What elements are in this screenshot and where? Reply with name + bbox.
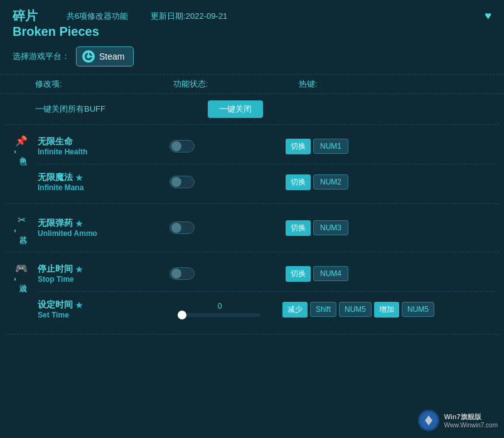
star-icon-mana: ★ (75, 173, 83, 183)
buff-button[interactable]: 一键关闭 (208, 100, 263, 118)
section-right-game: 停止时间 ★ Stop Time 切换 NUM4 设定时间 ★ Set Time (33, 257, 494, 326)
platform-label: 选择游戏平台： (13, 51, 70, 62)
mod-en-unlimited-ammo: Unlimited Ammo (38, 229, 169, 238)
mod-name-stop-time: 停止时间 ★ Stop Time (38, 264, 169, 284)
num4-btn-stop-time[interactable]: NUM4 (313, 266, 348, 281)
bottom-border (5, 334, 499, 334)
game-tag: 游戏 (14, 278, 28, 280)
col-mod: 修改项: (35, 78, 173, 90)
mod-cn-infinite-health: 无限生命 (38, 136, 169, 147)
mod-name-infinite-mana: 无限魔法 ★ Infinite Mana (38, 172, 169, 192)
increase-btn-set-time[interactable]: 增加 (374, 302, 399, 318)
mod-entry-stop-time: 停止时间 ★ Stop Time 切换 NUM4 (38, 257, 494, 290)
mod-en-stop-time: Stop Time (38, 275, 169, 284)
steam-label: Steam (99, 51, 124, 61)
toggle-health[interactable] (169, 140, 195, 152)
watermark-line2: Www.Winwin7.com (444, 422, 498, 429)
mod-entry-unlimited-ammo: 无限弹药 ★ Unlimited Ammo 切换 NUM3 (38, 209, 494, 247)
switch-btn-health[interactable]: 切换 (286, 139, 311, 154)
hotkey-mana: 切换 NUM2 (286, 174, 348, 190)
star-icon-stop-time: ★ (75, 265, 83, 274)
section-left-weapon: ✂ 武器 (10, 209, 33, 247)
mod-cn-stop-time: 停止时间 ★ (38, 264, 169, 275)
num2-btn-mana[interactable]: NUM2 (313, 174, 348, 190)
section-right-weapon: 无限弹药 ★ Unlimited Ammo 切换 NUM3 (33, 209, 494, 247)
section-left-game: 🎮 游戏 (10, 257, 33, 326)
mod-entry-set-time: 设定时间 ★ Set Time 0 减少 Shift NUM5 增加 NUM5 (38, 293, 494, 326)
title-en: Broken Pieces (13, 24, 99, 38)
section-right-character: 无限生命 Infinite Health 切换 NUM1 无限魔法 ★ Infi… (33, 130, 494, 198)
mod-cn-unlimited-ammo: 无限弹药 ★ (38, 218, 169, 229)
svg-point-2 (87, 55, 90, 58)
hotkey-set-time: 减少 Shift NUM5 增加 NUM5 (282, 302, 434, 318)
mod-entry-infinite-health: 无限生命 Infinite Health 切换 NUM1 (38, 130, 494, 163)
pin-icon: 📌 (15, 135, 28, 147)
toggle-stop-time[interactable] (169, 267, 195, 280)
switch-btn-ammo[interactable]: 切换 (286, 220, 311, 236)
watermark-logo (417, 409, 440, 432)
mod-name-infinite-health: 无限生命 Infinite Health (38, 136, 169, 156)
slider-track[interactable] (179, 313, 260, 317)
mod-entry-infinite-mana: 无限魔法 ★ Infinite Mana 切换 NUM2 (38, 166, 494, 198)
buff-label: 一键关闭所有BUFF (35, 104, 173, 115)
col-hotkey: 热键: (299, 78, 318, 90)
watermark-line1: Win7旗舰版 (444, 412, 498, 422)
hotkey-stop-time: 切换 NUM4 (286, 266, 348, 282)
hotkey-ammo: 切换 NUM3 (286, 220, 348, 236)
steam-icon (82, 50, 95, 63)
title-cn: 碎片 (13, 8, 38, 24)
platform-row: 选择游戏平台： Steam (0, 40, 504, 74)
switch-btn-stop-time[interactable]: 切换 (286, 266, 311, 282)
slider-value: 0 (218, 302, 222, 311)
weapon-tag: 武器 (14, 230, 28, 232)
num1-btn-health[interactable]: NUM1 (313, 139, 348, 154)
toggle-ammo[interactable] (169, 222, 195, 234)
num3-btn-ammo[interactable]: NUM3 (313, 220, 348, 235)
mod-en-infinite-health: Infinite Health (38, 147, 169, 156)
watermark-text-block: Win7旗舰版 Www.Winwin7.com (444, 412, 498, 429)
star-icon-ammo: ★ (75, 219, 83, 228)
toggle-mana[interactable] (169, 176, 195, 188)
section-left-character: 📌 角色 (10, 130, 33, 198)
mod-en-set-time: Set Time (38, 311, 169, 319)
mod-cn-infinite-mana: 无限魔法 ★ (38, 172, 169, 183)
svg-point-5 (426, 418, 431, 423)
heart-icon[interactable]: ♥ (485, 9, 491, 23)
header: 碎片 共6项修改器功能 更新日期:2022-09-21 ♥ Broken Pie… (0, 0, 504, 40)
num5-dec-btn-set-time[interactable]: NUM5 (339, 302, 372, 317)
star-icon-set-time: ★ (75, 301, 83, 310)
watermark: Win7旗舰版 Www.Winwin7.com (417, 409, 498, 432)
header-meta: 共6项修改器功能 (67, 11, 128, 22)
slider-thumb[interactable] (178, 311, 186, 319)
columns-header: 修改项: 功能状态: 热键: (0, 74, 504, 94)
header-update: 更新日期:2022-09-21 (151, 11, 227, 22)
section-weapon: ✂ 武器 无限弹药 ★ Unlimited Ammo 切换 NUM3 (5, 203, 499, 252)
game-icon: 🎮 (15, 262, 28, 274)
steam-button[interactable]: Steam (76, 46, 134, 67)
section-character: 📌 角色 无限生命 Infinite Health 切换 NUM1 无限魔法 ★ (5, 124, 499, 203)
slider-set-time: 0 (169, 302, 270, 317)
mod-cn-set-time: 设定时间 ★ (38, 299, 169, 311)
mod-en-infinite-mana: Infinite Mana (38, 183, 169, 192)
shift-btn-set-time[interactable]: Shift (310, 302, 336, 317)
mod-name-set-time: 设定时间 ★ Set Time (38, 299, 169, 319)
section-game: 🎮 游戏 停止时间 ★ Stop Time 切换 NUM4 (5, 252, 499, 331)
entry-divider-1 (38, 164, 494, 164)
num5-inc-btn-set-time[interactable]: NUM5 (402, 302, 434, 317)
weapon-icon: ✂ (18, 214, 26, 226)
mod-name-unlimited-ammo: 无限弹药 ★ Unlimited Ammo (38, 218, 169, 238)
switch-btn-mana[interactable]: 切换 (286, 174, 311, 190)
decrease-btn-set-time[interactable]: 减少 (282, 302, 308, 318)
buff-row: 一键关闭所有BUFF 一键关闭 (0, 94, 504, 124)
hotkey-health: 切换 NUM1 (286, 139, 348, 154)
col-status: 功能状态: (173, 78, 299, 90)
character-tag: 角色 (14, 151, 28, 153)
entry-divider-2 (38, 291, 494, 292)
